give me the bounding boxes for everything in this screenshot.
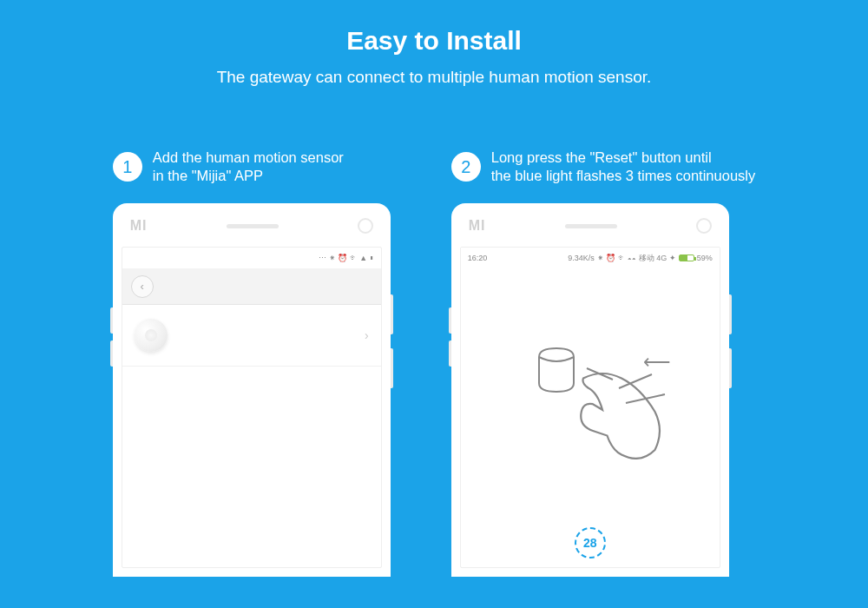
device-list-item[interactable]: › (122, 305, 381, 367)
step-1-badge: 1 (113, 152, 142, 182)
speaker-icon (565, 224, 617, 228)
phone-1-right-buttons (391, 294, 393, 402)
chevron-right-icon: › (365, 328, 369, 342)
hand-pressing-icon (548, 364, 678, 459)
arrow-left-icon: ⟵ (643, 351, 671, 373)
back-button[interactable]: ‹ (131, 275, 154, 298)
phone-1-top: MI (122, 210, 382, 241)
battery-percent: 59% (697, 254, 713, 262)
battery-icon (679, 254, 694, 261)
step-2-line1: Long press the "Reset" button until (491, 149, 712, 165)
phone-1-screen: ⋯ ⁕ ⏰ ᯤ ▲ ▮ ‹ › (122, 247, 382, 568)
phone-2-right-buttons (729, 294, 732, 402)
step-1-header: 1 Add the human motion sensor in the "Mi… (113, 148, 391, 186)
mi-logo-icon: MI (130, 218, 148, 234)
steps-row: 1 Add the human motion sensor in the "Mi… (0, 148, 868, 577)
motion-sensor-icon (135, 319, 168, 352)
step-2-header: 2 Long press the "Reset" button until th… (451, 148, 756, 186)
phone-1-statusbar: ⋯ ⁕ ⏰ ᯤ ▲ ▮ (122, 248, 381, 268)
countdown-timer: 28 (575, 527, 606, 558)
step-1-line1: Add the human motion sensor (153, 149, 344, 165)
page-title: Easy to Install (0, 26, 868, 56)
phone-1: MI ⋯ ⁕ ⏰ ᯤ ▲ ▮ ‹ › (113, 203, 391, 577)
step-2-badge: 2 (451, 152, 481, 182)
phone-1-left-buttons (110, 307, 113, 373)
phone-2: MI 16:20 9.34K/s ⁕ ⏰ ᯤ ▴▴ 移动 4G ✦ 59% (451, 203, 729, 577)
camera-icon (696, 218, 712, 234)
phone-2-top: MI (460, 210, 720, 241)
step-2-line2: the blue light flashes 3 times continuou… (491, 168, 756, 183)
statusbar-icons: ⋯ ⁕ ⏰ ᯤ ▲ ▮ (319, 254, 373, 262)
step-1-line2: in the "Mijia" APP (153, 168, 263, 183)
phone-2-screen: 16:20 9.34K/s ⁕ ⏰ ᯤ ▴▴ 移动 4G ✦ 59% (460, 247, 720, 568)
mi-logo-icon: MI (469, 218, 486, 234)
status-icons: ⁕ ⏰ ᯤ ▴▴ 移动 4G ✦ (597, 253, 676, 264)
page-subtitle: The gateway can connect to multiple huma… (0, 68, 868, 87)
reset-illustration: ⟵ (461, 268, 720, 494)
chevron-left-icon: ‹ (141, 280, 144, 293)
header: Easy to Install The gateway can connect … (0, 0, 868, 87)
step-2: 2 Long press the "Reset" button until th… (451, 148, 756, 577)
phone-2-left-buttons (449, 307, 451, 373)
speaker-icon (227, 224, 279, 228)
step-1-text: Add the human motion sensor in the "Miji… (153, 149, 344, 186)
status-netspeed: 9.34K/s (568, 254, 595, 262)
status-time: 16:20 (468, 254, 488, 262)
step-2-text: Long press the "Reset" button until the … (491, 149, 756, 186)
phone-2-statusbar: 16:20 9.34K/s ⁕ ⏰ ᯤ ▴▴ 移动 4G ✦ 59% (461, 248, 720, 268)
camera-icon (358, 218, 373, 234)
step-1: 1 Add the human motion sensor in the "Mi… (113, 148, 391, 577)
app-header: ‹ (122, 268, 381, 305)
